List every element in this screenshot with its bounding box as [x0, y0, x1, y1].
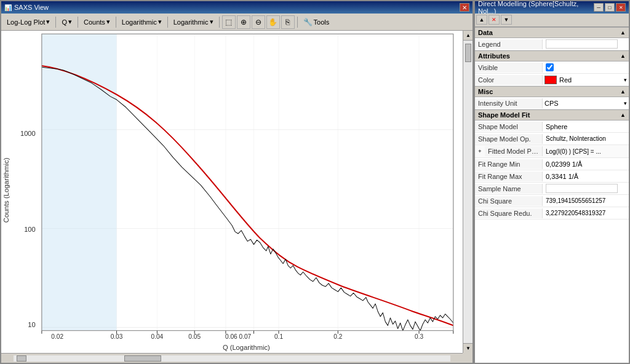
data-section-label: Data: [478, 29, 493, 36]
color-swatch[interactable]: [544, 76, 557, 84]
shape-model-op-row: Shape Model Op. Schultz, NoInteraction: [475, 133, 629, 145]
shape-model-op-label: Shape Model Op.: [475, 134, 543, 144]
zoom-out-btn[interactable]: ⊖: [252, 15, 265, 29]
chi-square-red-label: Chi Square Redu.: [475, 208, 543, 218]
svg-text:Q (Logarithmic): Q (Logarithmic): [223, 344, 270, 351]
sep3: [116, 17, 116, 28]
saxs-toolbar: Log-Log Plot ▾ Q ▾ Counts ▾ Logarithmic …: [1, 14, 472, 31]
pan-btn[interactable]: ✋: [266, 15, 280, 29]
scroll-down-btn[interactable]: ▼: [463, 343, 472, 353]
tools-btn[interactable]: 🔧 Tools: [300, 16, 333, 28]
right-up-btn[interactable]: ▲: [476, 15, 487, 25]
legend-row: Legend: [475, 38, 629, 50]
scroll-up-btn[interactable]: ▲: [463, 31, 472, 41]
hscroll-inner[interactable]: [14, 355, 450, 362]
select-tool-btn[interactable]: ⬚: [222, 15, 236, 29]
hscroll-track[interactable]: [1, 353, 463, 363]
right-toolbar: ▲ ✕ ▼: [475, 14, 629, 27]
shape-model-fit-icon: ▲: [620, 112, 626, 118]
vscroll-thumb[interactable]: [465, 44, 471, 62]
fitted-model-value: Log(I(0) ) [CPS] = ...: [543, 147, 629, 156]
log1-dropdown-icon: ▾: [158, 18, 162, 26]
saxs-title-bar: 📊 SAXS View ✕: [1, 1, 472, 14]
shape-model-op-value: Schultz, NoInteraction: [543, 134, 629, 143]
counts-dropdown-btn[interactable]: Counts ▾: [81, 16, 113, 28]
q-dropdown-btn[interactable]: Q ▾: [58, 16, 75, 28]
intensity-unit-label: Intensity Unit: [475, 98, 543, 108]
sample-name-input[interactable]: [546, 184, 618, 193]
right-down-btn[interactable]: ▼: [501, 15, 512, 25]
chi-square-value: 739,19415055651257: [543, 196, 629, 205]
sep6: [297, 17, 298, 28]
sep5: [219, 17, 220, 28]
fit-range-max-label: Fit Range Max: [475, 172, 543, 181]
chart-vscroll[interactable]: ▲ ▼: [463, 31, 472, 353]
right-title-bar: Direct Modelling (Sphere[Schultz, Nol...…: [475, 1, 629, 14]
svg-text:0.05: 0.05: [188, 333, 201, 340]
fit-range-max-row: Fit Range Max 0,3341 1/Å: [475, 170, 629, 183]
vscroll-track[interactable]: [463, 41, 472, 343]
sample-name-label: Sample Name: [475, 184, 543, 194]
intensity-dropdown-icon[interactable]: ▾: [624, 100, 627, 106]
fit-range-min-row: Fit Range Min 0,02399 1/Å: [475, 158, 629, 170]
logarithmic2-btn[interactable]: Logarithmic ▾: [170, 16, 217, 28]
svg-text:0.03: 0.03: [111, 333, 123, 340]
chart-main[interactable]: 10 100 1000 0.02 0.03 0.04 0.05 0.06 0.0…: [1, 31, 463, 353]
right-minimize-btn[interactable]: ─: [594, 3, 604, 12]
misc-section-header: Misc ▲: [475, 86, 629, 97]
right-close2-btn[interactable]: ✕: [488, 15, 500, 25]
right-maximize-btn[interactable]: □: [605, 3, 615, 12]
color-label: Color: [475, 75, 543, 85]
attributes-section-label: Attributes: [478, 52, 510, 60]
chart-area: 10 100 1000 0.02 0.03 0.04 0.05 0.06 0.0…: [1, 31, 472, 353]
right-title-text: Direct Modelling (Sphere[Schultz, Nol...…: [478, 0, 594, 15]
legend-input[interactable]: [546, 39, 618, 49]
chi-square-red-row: Chi Square Redu. 3,2279220548319327: [475, 207, 629, 220]
shape-model-label: Shape Model: [475, 122, 543, 132]
zoom-in-btn[interactable]: ⊕: [237, 15, 250, 29]
fit-range-min-value: 0,02399 1/Å: [543, 159, 629, 169]
chi-square-red-value: 3,2279220548319327: [543, 208, 629, 218]
sample-name-value[interactable]: [543, 183, 629, 194]
copy-btn[interactable]: ⎘: [281, 15, 295, 29]
q-dropdown-icon: ▾: [68, 18, 72, 26]
fitted-model-row: + Fitted Model Par. Log(I(0) ) [CPS] = .…: [475, 145, 629, 158]
shape-model-row: Shape Model Sphere: [475, 121, 629, 133]
visible-value: [543, 62, 629, 73]
shape-model-value: Sphere: [543, 122, 629, 132]
fitted-model-label: Fitted Model Par.: [485, 146, 543, 156]
fit-range-min-label: Fit Range Min: [475, 159, 543, 169]
color-dropdown-icon[interactable]: ▾: [624, 77, 627, 83]
legend-value[interactable]: [543, 38, 629, 50]
log-log-plot-btn[interactable]: Log-Log Plot ▾: [4, 16, 53, 28]
fitted-model-expand[interactable]: +: [475, 145, 485, 157]
saxs-close-btn[interactable]: ✕: [460, 3, 469, 12]
log2-dropdown-icon: ▾: [210, 18, 213, 26]
log-log-dropdown-icon: ▾: [46, 18, 50, 26]
color-value: Red ▾: [543, 74, 629, 85]
saxs-panel: 📊 SAXS View ✕ Log-Log Plot ▾ Q ▾: [0, 0, 474, 364]
visible-checkbox[interactable]: [546, 63, 554, 71]
visible-label: Visible: [475, 63, 543, 73]
svg-text:100: 100: [24, 226, 36, 233]
svg-text:0.2: 0.2: [333, 333, 342, 340]
scroll-corner: [463, 353, 472, 363]
hscroll-row: [1, 353, 472, 363]
right-close-btn[interactable]: ✕: [616, 3, 626, 12]
legend-label: Legend: [475, 39, 543, 49]
saxs-icon: 📊: [4, 4, 12, 11]
data-section-icon: ▲: [620, 30, 626, 36]
hscroll-thumb[interactable]: [124, 355, 161, 362]
misc-section-label: Misc: [478, 88, 493, 95]
svg-text:0.3: 0.3: [415, 333, 423, 340]
shape-model-fit-header: Shape Model Fit ▲: [475, 109, 629, 121]
logarithmic1-btn[interactable]: Logarithmic ▾: [119, 16, 165, 28]
svg-text:1000: 1000: [20, 130, 36, 137]
chi-square-label: Chi Square: [475, 196, 543, 206]
attributes-section-header: Attributes ▲: [475, 50, 629, 61]
hscroll-left-btn[interactable]: [17, 355, 26, 362]
fit-range-max-value: 0,3341 1/Å: [543, 172, 629, 181]
svg-text:Counts (Logarithmic): Counts (Logarithmic): [2, 157, 10, 223]
chart-svg: 10 100 1000 0.02 0.03 0.04 0.05 0.06 0.0…: [1, 31, 463, 353]
intensity-unit-row: Intensity Unit CPS ▾: [475, 97, 629, 109]
